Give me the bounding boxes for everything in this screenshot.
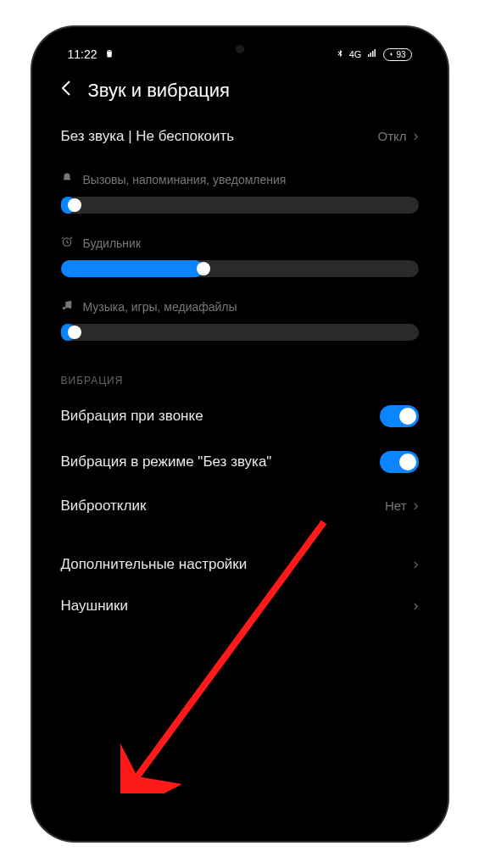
dnd-label: Без звука | Не беспокоить	[61, 128, 235, 145]
music-icon	[61, 299, 75, 314]
bell-off-icon	[61, 172, 75, 186]
slider-ring-group: Вызовы, напоминания, уведомления	[61, 157, 419, 220]
chevron-right-icon: ›	[414, 555, 419, 573]
chevron-right-icon: ›	[414, 127, 419, 145]
vibrate-silent-toggle[interactable]	[380, 451, 419, 473]
chevron-right-icon: ›	[414, 497, 419, 515]
battery-indicator: 93	[383, 48, 411, 61]
dnd-row[interactable]: Без звука | Не беспокоить Откл ›	[61, 115, 419, 157]
alarm-icon	[61, 236, 75, 250]
slider-alarm-group: Будильник	[61, 220, 419, 284]
header: Звук и вибрация	[44, 70, 436, 115]
battery-level: 93	[396, 50, 405, 59]
slider-ring-label: Вызовы, напоминания, уведомления	[83, 173, 287, 186]
phone-frame: 11:22 4G 93	[32, 27, 448, 841]
status-time: 11:22	[68, 47, 97, 61]
display-notch	[185, 39, 295, 59]
slider-alarm[interactable]	[61, 260, 419, 277]
vibration-section-header: ВИБРАЦИЯ	[61, 348, 419, 393]
bluetooth-icon	[336, 48, 344, 60]
front-camera	[236, 45, 244, 53]
vibrate-on-call-toggle[interactable]	[380, 405, 419, 427]
vibrate-on-call-row[interactable]: Вибрация при звонке	[61, 393, 419, 439]
slider-ring[interactable]	[61, 197, 419, 214]
vibrate-on-call-label: Вибрация при звонке	[61, 408, 203, 425]
signal-icon	[366, 48, 378, 60]
headphones-label: Наушники	[61, 598, 129, 615]
network-type: 4G	[349, 49, 362, 59]
slider-media-group: Музыка, игры, медиафайлы	[61, 284, 419, 348]
dnd-value: Откл	[377, 129, 406, 143]
vibrate-silent-row[interactable]: Вибрация в режиме "Без звука"	[61, 439, 419, 485]
haptic-row[interactable]: Виброотклик Нет ›	[61, 485, 419, 526]
vibrate-silent-label: Вибрация в режиме "Без звука"	[61, 453, 272, 470]
slider-media[interactable]	[61, 324, 419, 341]
page-title: Звук и вибрация	[88, 80, 230, 102]
headphones-row[interactable]: Наушники ›	[61, 585, 419, 626]
chevron-right-icon: ›	[414, 597, 419, 615]
haptic-label: Виброотклик	[61, 498, 147, 515]
back-button[interactable]	[61, 80, 71, 102]
haptic-value: Нет	[385, 498, 407, 513]
slider-media-label: Музыка, игры, медиафайлы	[83, 300, 237, 314]
additional-settings-row[interactable]: Дополнительные настройки ›	[61, 543, 419, 585]
phone-screen: 11:22 4G 93	[44, 39, 436, 829]
additional-settings-label: Дополнительные настройки	[61, 556, 248, 573]
slider-alarm-label: Будильник	[83, 236, 142, 250]
trash-icon	[104, 47, 114, 61]
